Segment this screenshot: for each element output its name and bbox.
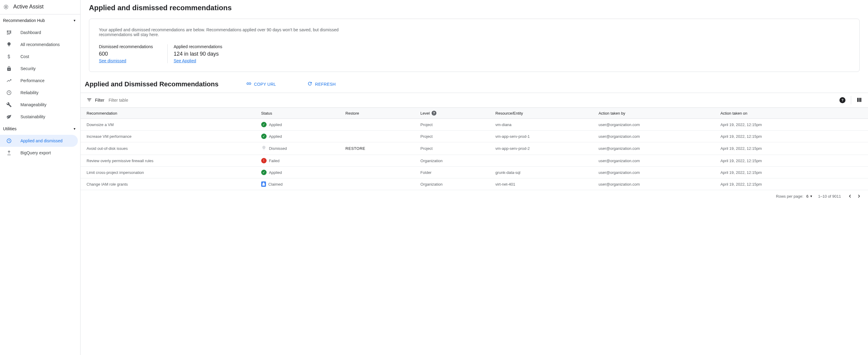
- cell-recommendation: Downsize a VM: [81, 119, 259, 130]
- svg-rect-5: [9, 32, 10, 35]
- clock-icon: [6, 90, 12, 96]
- cell-recommendation: Limit cross-project impersonation: [81, 167, 259, 178]
- nav-section-1: Utilities ▾ Applied and dismissedBigQuer…: [0, 123, 80, 159]
- cell-status: !Failed: [259, 155, 343, 167]
- sidebar: Active Assist Recommendation Hub ▾ Dashb…: [0, 0, 81, 355]
- nav-item-label: BigQuery export: [21, 150, 51, 155]
- col-recommendation[interactable]: Recommendation: [81, 108, 259, 119]
- dropdown-icon: ▾: [810, 194, 812, 198]
- cell-restore[interactable]: RESTORE: [343, 142, 418, 155]
- stats-row: Dismissed recommendations 600 See dismis…: [99, 44, 850, 63]
- sidebar-item-bigquery-export[interactable]: BigQuery export: [0, 147, 80, 159]
- check-circle-icon: ✓: [261, 170, 267, 175]
- cell-action-on: April 19, 2022, 12:15pm: [718, 155, 868, 167]
- cell-action-on: April 19, 2022, 12:15pm: [718, 167, 868, 178]
- page-title: Applied and dismissed recommendations: [81, 0, 868, 16]
- table-container: Filter ? Recommendation: [81, 93, 868, 202]
- cell-action-on: April 19, 2022, 12:15pm: [718, 119, 868, 130]
- copy-url-button[interactable]: COPY URL: [243, 79, 280, 89]
- see-dismissed-link[interactable]: See dismissed: [99, 58, 126, 63]
- col-status[interactable]: Status: [259, 108, 343, 119]
- table-row[interactable]: Limit cross-project impersonation✓Applie…: [81, 167, 868, 178]
- pagination-range: 1–10 of 9011: [818, 194, 841, 199]
- help-icon[interactable]: ?: [839, 97, 845, 103]
- lightbulb-icon: [6, 41, 12, 48]
- lock-icon: [6, 66, 12, 71]
- section-title: Applied and Dismissed Recommendations: [85, 80, 218, 88]
- filter-input[interactable]: [108, 98, 835, 102]
- cell-resource: vm-diana: [493, 119, 596, 130]
- sidebar-item-all-recommendations[interactable]: All recommendations: [0, 38, 80, 51]
- col-resource[interactable]: Resource/Entity: [493, 108, 596, 119]
- check-circle-icon: ✓: [261, 122, 267, 127]
- sidebar-item-dashboard[interactable]: Dashboard: [0, 27, 80, 38]
- nav-item-label: All recommendations: [21, 42, 60, 47]
- table-row[interactable]: Review overly permissive firewall rules!…: [81, 155, 868, 167]
- cell-action-by: user@organization.com: [596, 167, 718, 178]
- history-icon: [6, 138, 12, 144]
- col-level[interactable]: Level?: [418, 108, 493, 119]
- cell-recommendation: Avoid out-of-disk issues: [81, 142, 259, 155]
- columns-icon[interactable]: [857, 97, 862, 103]
- cell-level: Folder: [418, 167, 493, 178]
- sidebar-item-security[interactable]: Security: [0, 63, 80, 75]
- col-action-on[interactable]: Action taken on: [718, 108, 868, 119]
- col-action-by[interactable]: Action taken by: [596, 108, 718, 119]
- cell-level: Project: [418, 119, 493, 130]
- sidebar-item-sustainability[interactable]: Sustainability: [0, 111, 80, 123]
- refresh-button[interactable]: REFRESH: [304, 79, 339, 89]
- product-title: Active Assist: [13, 4, 43, 10]
- cell-restore: [343, 130, 418, 142]
- cell-resource: vm-app-serv-prod-2: [493, 142, 596, 155]
- table-row[interactable]: Increase VM performance✓AppliedProjectvm…: [81, 130, 868, 142]
- cell-resource: virt-net-401: [493, 178, 596, 190]
- error-circle-icon: !: [261, 158, 267, 164]
- cell-level: Project: [418, 130, 493, 142]
- cell-restore: [343, 178, 418, 190]
- next-page-button[interactable]: [856, 193, 862, 199]
- sidebar-item-applied-and-dismissed[interactable]: Applied and dismissed: [0, 135, 78, 147]
- cell-resource: grunk-data-sql: [493, 167, 596, 178]
- cell-status: ✓Applied: [259, 119, 343, 130]
- see-applied-link[interactable]: See Applied: [174, 58, 196, 63]
- product-icon: [3, 4, 9, 10]
- sidebar-item-performance[interactable]: Performance: [0, 75, 80, 87]
- summary-description: Your applied and dismissed recommendatio…: [99, 27, 345, 37]
- svg-rect-10: [860, 98, 861, 102]
- sidebar-item-manageability[interactable]: Manageability: [0, 99, 80, 111]
- level-help-icon[interactable]: ?: [432, 111, 436, 116]
- stat-applied: Applied recommendations 124 in last 90 d…: [167, 44, 237, 63]
- nav-section-title-0[interactable]: Recommendation Hub ▾: [0, 14, 80, 27]
- nav-item-label: Dashboard: [21, 30, 41, 35]
- pagination: Rows per page: 6 ▾ 1–10 of 9011: [81, 190, 868, 202]
- cell-recommendation: Change IAM role grants: [81, 178, 259, 190]
- nav-item-label: Applied and dismissed: [21, 138, 63, 143]
- table-row[interactable]: Change IAM role grantsClaimedOrganizatio…: [81, 178, 868, 190]
- recommendations-table: Recommendation Status Restore Level? Res…: [81, 108, 868, 190]
- chevron-down-icon: ▾: [74, 18, 75, 23]
- prev-page-button[interactable]: [847, 193, 853, 199]
- table-row[interactable]: Downsize a VM✓AppliedProjectvm-dianauser…: [81, 119, 868, 130]
- section-header: Applied and Dismissed Recommendations CO…: [81, 72, 868, 93]
- cell-action-by: user@organization.com: [596, 119, 718, 130]
- chevron-down-icon: ▾: [74, 127, 75, 131]
- leaf-icon: [6, 114, 12, 120]
- rows-per-page-selector[interactable]: 6 ▾: [806, 194, 812, 199]
- lock-icon: [261, 181, 266, 187]
- sidebar-item-cost[interactable]: Cost: [0, 51, 80, 63]
- filter-label: Filter: [87, 97, 104, 103]
- svg-point-0: [5, 6, 7, 8]
- upload-icon: [6, 150, 12, 156]
- sidebar-item-reliability[interactable]: Reliability: [0, 87, 80, 99]
- filter-bar: Filter ?: [81, 93, 868, 108]
- nav-item-label: Performance: [21, 78, 44, 83]
- nav-item-label: Security: [21, 66, 36, 71]
- table-row[interactable]: Avoid out-of-disk issuesDismissedRESTORE…: [81, 142, 868, 155]
- nav-item-label: Manageability: [21, 102, 46, 107]
- cell-level: Organization: [418, 155, 493, 167]
- nav-section-title-1[interactable]: Utilities ▾: [0, 123, 80, 135]
- col-restore[interactable]: Restore: [343, 108, 418, 119]
- svg-rect-2: [9, 30, 10, 32]
- cell-status: ✓Applied: [259, 130, 343, 142]
- cell-action-by: user@organization.com: [596, 178, 718, 190]
